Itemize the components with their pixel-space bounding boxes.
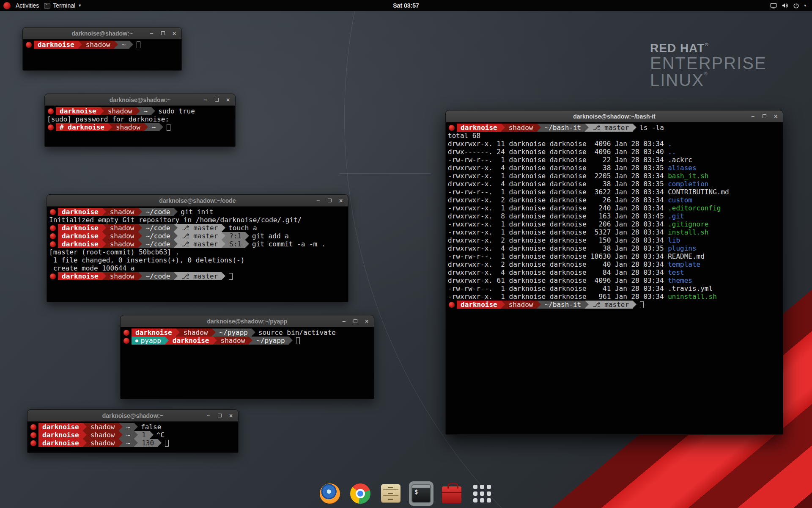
window-titlebar[interactable]: darknoise@shadow:~/bash-it − ×: [446, 110, 783, 122]
terminal-body[interactable]: darknoiseshadow~/codegit initInitialized…: [47, 207, 348, 280]
terminal-text: git commit -a -m .: [252, 240, 325, 248]
activities-button[interactable]: Activities: [16, 2, 39, 9]
powerline-separator-icon: [176, 329, 180, 337]
powerline-triangle: [174, 272, 178, 280]
terminal-line: drwxrwxr-x. 8 darknoise darknoise 163 Ja…: [448, 212, 782, 220]
toolbox-launcher[interactable]: [439, 481, 464, 506]
terminal-line: darknoiseshadow~/bash-it⎇ master: [448, 301, 782, 309]
terminal-text: .: [668, 140, 672, 148]
window-controls: − ×: [750, 110, 779, 122]
powerline-separator-icon: [119, 431, 123, 439]
app-menu[interactable]: Terminal ▼: [44, 2, 82, 9]
window-titlebar[interactable]: darknoise@shadow:~ − ×: [45, 94, 235, 106]
close-button[interactable]: ×: [338, 198, 344, 204]
close-button[interactable]: ×: [225, 97, 231, 103]
terminal-launcher[interactable]: $: [409, 481, 433, 506]
files-launcher[interactable]: [379, 481, 403, 506]
maximize-button[interactable]: [160, 31, 166, 35]
firefox-launcher[interactable]: [318, 481, 342, 506]
terminal-window-1[interactable]: darknoise@shadow:~ − × darknoiseshadow~s…: [44, 94, 236, 147]
minimize-button[interactable]: −: [750, 113, 756, 119]
maximize-button[interactable]: [217, 414, 222, 417]
terminal-line: darknoiseshadow~sudo true: [47, 107, 234, 115]
terminal-line: darknoiseshadow~/pyappsource bin/activat…: [123, 329, 373, 337]
terminal-line: drwxrwxr-x. 61 darknoise darknoise 4096 …: [448, 276, 782, 284]
powerline-separator-icon: [138, 232, 142, 240]
window-title: darknoise@shadow:~: [71, 30, 133, 37]
terminal-window-5[interactable]: darknoise@shadow:~/bash-it − × darknoise…: [445, 110, 783, 435]
powerline-triangle: [165, 337, 169, 344]
terminal-window-3[interactable]: darknoise@shadow:~/pyapp − × darknoisesh…: [120, 315, 374, 399]
grid-dot: [480, 485, 484, 489]
terminal-text: -rwxrwxr-x. 1 darknoise darknoise 5327 J…: [448, 228, 668, 236]
close-button[interactable]: ×: [364, 318, 370, 324]
terminal-text: ..: [668, 148, 676, 156]
powerline-triangle: [585, 301, 589, 308]
powerline-triangle: [213, 337, 217, 344]
minimize-button[interactable]: −: [205, 413, 211, 419]
app-grid-launcher[interactable]: [470, 481, 494, 506]
terminal-window-2[interactable]: darknoise@shadow:~/code − × darknoisesha…: [47, 194, 348, 302]
maximize-button[interactable]: [352, 319, 358, 323]
prompt-segment-user: darknoise: [56, 107, 100, 115]
terminal-window-4[interactable]: darknoise@shadow:~ − × darknoiseshadow~f…: [27, 409, 239, 453]
minimize-button[interactable]: −: [148, 30, 154, 36]
terminal-text: drwxrwxr-x. 2 darknoise darknoise 26 Jan…: [448, 196, 668, 204]
prompt-segment-host: shadow: [104, 107, 136, 115]
prompt-icon: [50, 225, 56, 231]
terminal-body[interactable]: darknoiseshadow~/bash-it⎇ masterls -lato…: [446, 122, 783, 309]
prompt-segment-gitstat: S:1: [225, 240, 245, 248]
prompt-icon: [449, 302, 455, 308]
window-titlebar[interactable]: darknoise@shadow:~ − ×: [23, 28, 181, 39]
maximize-icon: [328, 199, 332, 202]
chrome-launcher[interactable]: [348, 481, 373, 506]
window-titlebar[interactable]: darknoise@shadow:~/code − ×: [47, 195, 348, 207]
window-titlebar[interactable]: darknoise@shadow:~ − ×: [27, 410, 238, 422]
prompt-segment-user: darknoise: [457, 301, 501, 309]
terminal-line: 1 file changed, 0 insertions(+), 0 delet…: [49, 256, 347, 264]
minimize-button[interactable]: −: [202, 97, 208, 103]
prompt-segment-host: shadow: [217, 337, 249, 345]
window-titlebar[interactable]: darknoise@shadow:~/pyapp − ×: [121, 315, 374, 327]
terminal-text: -rw-rw-r--. 1 darknoise darknoise 3622 J…: [448, 188, 668, 196]
close-button[interactable]: ×: [171, 30, 177, 36]
terminal-text: touch a: [228, 224, 257, 232]
close-button[interactable]: ×: [773, 113, 779, 119]
terminal-text: aliases: [668, 164, 696, 172]
powerline-separator-icon: [158, 439, 162, 447]
powerline-triangle: [136, 107, 140, 115]
prompt-segment-user: darknoise: [38, 431, 83, 439]
prompt-segment-path: ~/code: [142, 240, 174, 248]
powerline-separator-icon: [174, 240, 178, 248]
minimize-button[interactable]: −: [315, 198, 321, 204]
prompt-segment-host: shadow: [106, 272, 138, 280]
powerline-triangle: [83, 439, 87, 447]
maximize-button[interactable]: [214, 98, 219, 102]
terminal-body[interactable]: darknoiseshadow~: [23, 39, 181, 49]
maximize-button[interactable]: [761, 114, 767, 118]
clock[interactable]: Sat 03:57: [393, 2, 419, 9]
powerline-triangle: [289, 337, 293, 344]
system-status-area[interactable]: ▾: [770, 2, 812, 9]
prompt-segment-user: darknoise: [132, 329, 176, 337]
powerline-triangle: [176, 329, 180, 336]
terminal-body[interactable]: darknoiseshadow~falsedarknoiseshadow~1^C…: [27, 422, 238, 447]
powerline-triangle: [633, 124, 636, 131]
terminal-window-0[interactable]: darknoise@shadow:~ − × darknoiseshadow~: [22, 27, 182, 71]
close-button[interactable]: ×: [228, 413, 234, 419]
terminal-body[interactable]: darknoiseshadow~/pyappsource bin/activat…: [121, 327, 374, 345]
terminal-line: create mode 100644 a: [49, 264, 347, 272]
powerline-separator-icon: [174, 224, 178, 232]
prompt-segment-host: shadow: [106, 208, 138, 216]
terminal-body[interactable]: darknoiseshadow~sudo true[sudo] password…: [45, 106, 235, 131]
powerline-triangle: [174, 208, 178, 215]
prompt-segment-venv: ●pyapp: [132, 337, 165, 345]
maximize-button[interactable]: [326, 199, 332, 202]
terminal-line: drwxrwxr-x. 2 darknoise darknoise 150 Ja…: [448, 236, 782, 244]
powerline-separator-icon: [138, 272, 142, 280]
powerline-separator-icon: [138, 208, 142, 216]
terminal-text: .ackrc: [668, 156, 692, 164]
prompt-segment-git: ⎇ master: [589, 124, 633, 132]
minimize-button[interactable]: −: [341, 318, 347, 324]
terminal-line: drwxrwxr-x. 4 darknoise darknoise 38 Jan…: [448, 244, 782, 252]
